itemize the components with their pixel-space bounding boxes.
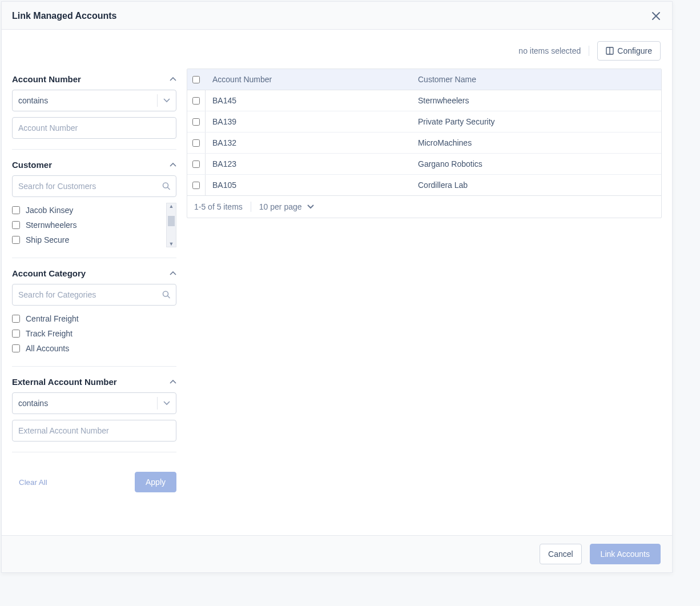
toolbar: no items selected Configure [2,30,672,61]
configure-button[interactable]: Configure [597,41,661,61]
chevron-down-icon [163,401,170,406]
filter-header[interactable]: Account Category [12,268,176,278]
row-select-cell [187,111,206,132]
cell-customer-name: Private Party Security [411,111,661,132]
cancel-button[interactable]: Cancel [540,544,582,564]
results-panel: Account Number Customer Name BA145 Stern… [187,61,672,535]
category-option[interactable]: Central Freight [12,311,176,326]
filter-header[interactable]: Account Number [12,74,176,84]
link-accounts-button[interactable]: Link Accounts [590,544,661,564]
filters-sidebar: Account Number contains [2,61,187,535]
row-checkbox[interactable] [192,139,200,147]
scroll-thumb[interactable] [168,216,175,226]
scroll-up-icon[interactable]: ▲ [169,203,174,209]
clear-all-button[interactable]: Clear All [12,473,54,492]
scroll-down-icon[interactable]: ▼ [169,241,174,247]
checkbox[interactable] [12,221,20,229]
checkbox[interactable] [12,315,20,323]
pagination-range: 1-5 of 5 items [194,202,243,211]
chevron-up-icon [170,77,176,82]
select-all-cell [187,69,206,90]
category-search-input[interactable] [12,284,176,306]
divider [157,397,158,410]
account-number-input[interactable] [12,117,176,139]
scrollbar[interactable]: ▲ ▼ [166,203,176,247]
accounts-table: Account Number Customer Name BA145 Stern… [187,69,662,218]
modal-header: Link Managed Accounts [2,2,672,30]
row-checkbox[interactable] [192,160,200,168]
filter-header[interactable]: Customer [12,160,176,170]
close-icon[interactable] [651,11,661,21]
filter-account-category: Account Category Central Freight Track F… [12,268,176,367]
checkbox[interactable] [12,206,20,214]
cell-account-number: BA139 [206,111,411,132]
table-row[interactable]: BA105 Cordillera Lab [187,175,661,195]
external-account-number-input[interactable] [12,420,176,442]
link-managed-accounts-modal: Link Managed Accounts no items selected … [1,1,673,573]
category-option[interactable]: All Accounts [12,341,176,356]
columns-icon [606,47,614,55]
column-account-number[interactable]: Account Number [206,69,411,90]
divider [157,94,158,107]
cell-customer-name: MicroMachines [411,133,661,153]
search-icon [162,291,171,299]
svg-point-4 [163,291,168,296]
apply-button[interactable]: Apply [135,472,176,492]
customer-option[interactable]: Jacob Kinsey [12,203,165,218]
filter-header[interactable]: External Account Number [12,377,176,387]
table-row[interactable]: BA132 MicroMachines [187,133,661,154]
operator-value: contains [18,96,48,105]
column-customer-name[interactable]: Customer Name [411,69,661,90]
filter-customer: Customer Jacob Kinsey Sternwheelers Ship… [12,160,176,258]
modal-body: Account Number contains [2,61,672,535]
filter-title: Account Category [12,268,86,278]
operator-select[interactable]: contains [12,392,176,414]
row-checkbox[interactable] [192,97,200,105]
table-row[interactable]: BA123 Gargano Robotics [187,154,661,175]
cell-account-number: BA105 [206,175,411,195]
checkbox[interactable] [12,236,20,244]
table-header: Account Number Customer Name [187,69,661,90]
per-page-select[interactable]: 10 per page [259,202,315,211]
customer-option[interactable]: Sternwheelers [12,218,165,232]
operator-select[interactable]: contains [12,90,176,111]
search-icon [162,182,171,191]
table-row[interactable]: BA145 Sternwheelers [187,90,661,111]
table-row[interactable]: BA139 Private Party Security [187,111,661,133]
chevron-down-icon [163,98,170,103]
modal-title: Link Managed Accounts [12,11,116,21]
divider [589,46,589,56]
row-checkbox[interactable] [192,118,200,126]
cell-account-number: BA132 [206,133,411,153]
chevron-up-icon [170,380,176,384]
checkbox[interactable] [12,330,20,338]
table-footer: 1-5 of 5 items 10 per page [187,195,661,218]
modal-footer: Cancel Link Accounts [2,535,672,572]
svg-line-3 [168,187,170,190]
operator-value: contains [18,399,48,408]
customer-option[interactable]: Ship Secure [12,232,165,247]
chevron-down-icon [307,204,315,210]
selection-count: no items selected [518,46,581,55]
filter-title: Customer [12,160,52,170]
cell-customer-name: Cordillera Lab [411,175,661,195]
row-checkbox[interactable] [192,182,200,189]
checkbox[interactable] [12,344,20,352]
table-body: BA145 Sternwheelers BA139 Private Party … [187,90,661,195]
filter-title: External Account Number [12,377,117,387]
category-option[interactable]: Track Freight [12,326,176,341]
per-page-label: 10 per page [259,202,302,211]
row-select-cell [187,175,206,195]
filter-title: Account Number [12,74,81,84]
chevron-up-icon [170,271,176,276]
divider [251,202,251,212]
row-select-cell [187,133,206,153]
customer-search-input[interactable] [12,175,176,197]
filter-account-number: Account Number contains [12,74,176,150]
cell-customer-name: Sternwheelers [411,90,661,111]
select-all-checkbox[interactable] [192,76,200,83]
row-select-cell [187,90,206,111]
row-select-cell [187,154,206,174]
filter-actions: Clear All Apply [12,463,176,492]
svg-line-5 [168,296,170,298]
